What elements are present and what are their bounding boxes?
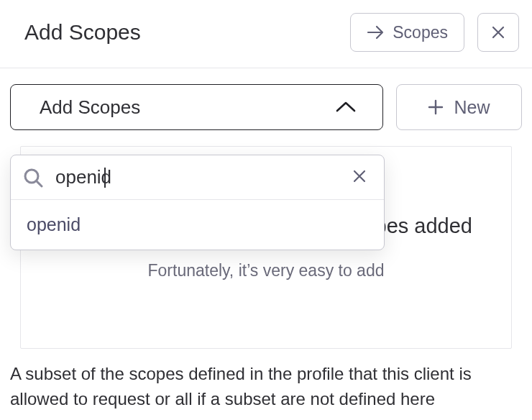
dropdown-label: Add Scopes — [40, 96, 140, 119]
empty-state-subtitle: Fortunately, it’s very easy to add — [148, 261, 385, 280]
dropdown-option-label: openid — [27, 214, 81, 234]
close-button[interactable] — [477, 13, 519, 52]
toolbar: Add Scopes New — [0, 68, 532, 130]
arrow-right-icon — [367, 25, 385, 40]
search-row: openid — [11, 155, 384, 200]
chevron-up-icon — [335, 101, 357, 114]
dropdown-option[interactable]: openid — [11, 200, 384, 250]
clear-search-button[interactable] — [348, 165, 371, 190]
modal-header: Add Scopes Scopes — [0, 0, 532, 68]
new-button[interactable]: New — [396, 84, 522, 130]
add-scopes-dropdown[interactable]: Add Scopes — [10, 84, 383, 130]
help-text: A subset of the scopes defined in the pr… — [0, 349, 532, 412]
text-cursor — [104, 168, 106, 188]
close-icon — [491, 25, 505, 40]
new-button-label: New — [454, 97, 490, 118]
close-icon — [352, 169, 367, 183]
search-input-value: openid — [55, 166, 111, 188]
dropdown-panel: openid openid — [10, 155, 385, 250]
scopes-button-label: Scopes — [393, 23, 448, 42]
search-icon — [22, 167, 44, 188]
modal-title: Add Scopes — [24, 20, 141, 45]
plus-icon — [428, 99, 444, 115]
header-actions: Scopes — [350, 13, 519, 52]
search-input[interactable]: openid — [55, 166, 336, 188]
scopes-button[interactable]: Scopes — [350, 13, 464, 52]
